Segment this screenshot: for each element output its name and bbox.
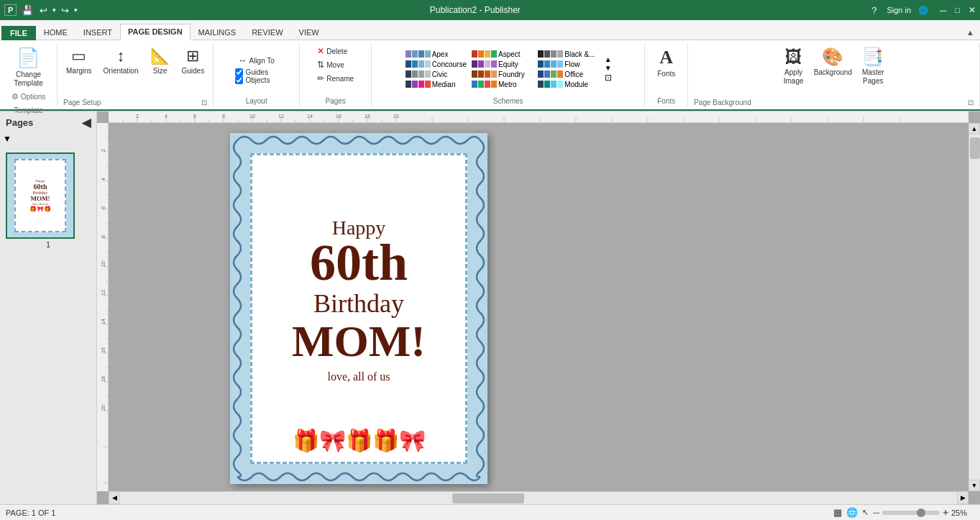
size-button[interactable]: 📐 Size [146,45,175,78]
svg-text:8: 8 [101,235,106,238]
maximize-button[interactable]: □ [955,6,960,14]
delete-button[interactable]: ✕ Delete [314,45,350,58]
guides-button[interactable]: ⊞ Guides [178,45,209,78]
scheme-foundry[interactable]: Foundry [470,70,535,79]
apex-swatches [406,50,431,58]
svg-text:16: 16 [101,347,106,353]
orientation-button[interactable]: ↕ Orientation [99,45,143,78]
flow-swatches [538,60,563,68]
fonts-button[interactable]: A Fonts [652,45,681,81]
tab-view[interactable]: VIEW [291,24,327,40]
hscroll-right-arrow[interactable]: ▶ [957,491,968,504]
signin-link[interactable]: Sign in [887,6,911,14]
schemes-group-label: Schemes [376,95,640,106]
hscroll-thumb[interactable] [452,493,524,503]
vscroll-down-arrow[interactable]: ▼ [968,480,980,491]
card-gifts: 🎁🎀🎁🎁🎀 [260,430,458,455]
ruler-horizontal: 2 4 6 8 10 12 14 16 18 20 [109,111,968,123]
page-thumbnails: Happy 60th Birthday MOM! love, all of us… [0,147,96,259]
scheme-black[interactable]: Black &... [536,50,601,59]
scheme-aspect[interactable]: Aspect [470,50,535,59]
objects-check[interactable]: Objects [235,76,270,84]
card-outer[interactable]: Happy 60th Birthday MOM! love, all of us… [230,133,487,484]
scheme-flow[interactable]: Flow [536,60,601,69]
vscroll-thumb[interactable] [970,137,980,159]
size-icon: 📐 [150,47,170,65]
view-layout-icon[interactable]: ▦ [833,507,842,518]
master-pages-button[interactable]: 📑 Master Pages [858,45,889,88]
schemes-scroll-up[interactable]: ▲ [605,56,612,63]
background-icon: 🎨 [822,47,843,67]
background-button[interactable]: 🎨 Background [810,45,856,79]
align-to-icon: ↔ [238,55,247,65]
qat-undo-button[interactable]: ↩ [38,4,49,17]
scheme-median[interactable]: Median [403,80,469,89]
svg-text:18: 18 [101,376,106,382]
guides-checkbox[interactable] [235,68,243,76]
scheme-concourse[interactable]: Concourse [403,60,469,69]
foundry-swatches [472,70,497,78]
scheme-metro[interactable]: Metro [470,80,535,89]
rename-button[interactable]: ✏ Rename [314,72,357,85]
page-thumb-1[interactable]: Happy 60th Birthday MOM! love, all of us… [6,152,75,239]
hscroll-left-arrow[interactable]: ◀ [109,491,120,504]
objects-checkbox[interactable] [235,76,243,84]
page-setup-buttons: ▭ Margins ↕ Orientation 📐 Size ⊞ Guides [62,43,209,98]
group-fonts: A Fonts Fonts [645,43,688,106]
median-swatches [406,81,431,88]
zoom-level[interactable]: 25% [951,508,974,517]
vscrollbar[interactable] [968,123,980,491]
page-thumb-container: Happy 60th Birthday MOM! love, all of us… [6,152,91,239]
ribbon-collapse-icon[interactable]: ▲ [961,25,980,40]
layout-buttons: ↔ Align To Guides Objects [235,43,277,95]
help-button[interactable]: ? [871,5,876,16]
margins-button[interactable]: ▭ Margins [62,45,96,78]
schemes-scroll-expand[interactable]: ⊡ [605,73,612,82]
canvas-area: 2 4 6 8 10 12 14 16 18 20 [97,111,980,504]
scheme-civic[interactable]: Civic [403,70,469,79]
scheme-office[interactable]: Office [536,70,601,79]
scheme-apex[interactable]: Apex [403,50,469,59]
zoom-slider-track[interactable] [882,511,940,515]
tab-mailings[interactable]: MAILINGS [191,24,244,40]
view-web-icon[interactable]: 🌐 [846,507,858,518]
tab-review[interactable]: REVIEW [244,24,290,40]
ruler-v-svg: 2 4 6 8 10 12 14 16 18 20 [97,123,109,491]
minimize-button[interactable]: ─ [940,5,946,16]
move-button[interactable]: ⇅ Move [314,58,347,71]
qat-undo-dropdown[interactable]: ▾ [52,6,57,14]
zoom-in-button[interactable]: + [943,507,948,518]
guides-check[interactable]: Guides [235,68,270,76]
page-setup-expand-icon[interactable]: ⊡ [201,99,207,106]
page-group-arrow[interactable]: ▼ [3,134,12,144]
qat-save-button[interactable]: 💾 [19,4,35,17]
concourse-swatches [406,60,431,68]
window-title: Publication2 - Publisher [430,5,521,15]
vscroll-up-arrow[interactable]: ▲ [968,123,980,134]
zoom-out-button[interactable]: ─ [873,507,879,518]
tab-file[interactable]: FILE [1,26,36,40]
svg-text:4: 4 [165,114,168,119]
scheme-equity[interactable]: Equity [470,60,535,69]
document-canvas: Happy 60th Birthday MOM! love, all of us… [230,133,487,484]
pages-panel-collapse[interactable]: ◀ [82,116,91,129]
qat-customize-button[interactable]: ▾ [73,6,78,14]
tab-home[interactable]: HOME [36,24,75,40]
scheme-module[interactable]: Module [536,80,601,89]
hscrollbar[interactable] [109,491,968,504]
tab-page-design[interactable]: PAGE DESIGN [120,24,191,40]
schemes-scroll: ▲ ▼ ⊡ [603,56,613,82]
zoom-slider-thumb[interactable] [917,508,925,517]
options-button[interactable]: ⚙ Options [9,91,48,103]
schemes-scroll-down[interactable]: ▼ [605,65,612,72]
svg-text:16: 16 [336,114,342,119]
card-inner[interactable]: Happy 60th Birthday MOM! love, all of us… [250,153,467,464]
qat-redo-button[interactable]: ↪ [60,4,70,17]
tab-insert[interactable]: INSERT [75,24,120,40]
close-button[interactable]: ✕ [968,5,976,15]
window-controls: ? Sign in 🌐 ─ □ ✕ [871,5,976,16]
apply-image-button[interactable]: 🖼 Apply Image [779,45,808,88]
change-template-button[interactable]: 📄 ChangeTemplate [9,45,47,90]
page-background-expand-icon[interactable]: ⊡ [968,99,974,106]
group-page-setup: ▭ Margins ↕ Orientation 📐 Size ⊞ Guides [58,43,214,106]
